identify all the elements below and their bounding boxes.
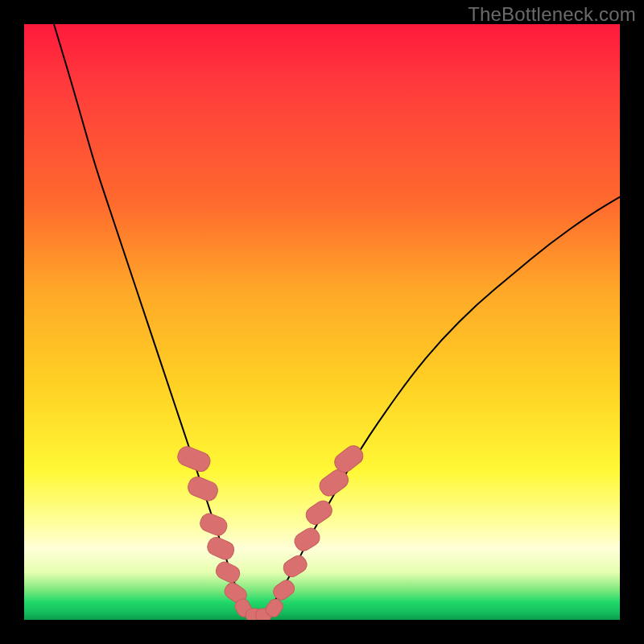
curve-marker bbox=[291, 525, 323, 554]
curve-marker bbox=[198, 511, 229, 538]
curve-marker bbox=[204, 535, 236, 562]
curve-marker bbox=[281, 553, 310, 580]
bottleneck-curve bbox=[54, 24, 620, 620]
curve-marker bbox=[185, 474, 220, 503]
chart-svg-layer bbox=[24, 24, 620, 620]
curve-markers bbox=[175, 442, 367, 620]
watermark-text: TheBottleneck.com bbox=[468, 3, 636, 26]
curve-marker bbox=[213, 559, 242, 585]
curve-marker bbox=[175, 444, 213, 474]
chart-frame: TheBottleneck.com bbox=[0, 0, 644, 644]
curve-path bbox=[54, 24, 620, 620]
